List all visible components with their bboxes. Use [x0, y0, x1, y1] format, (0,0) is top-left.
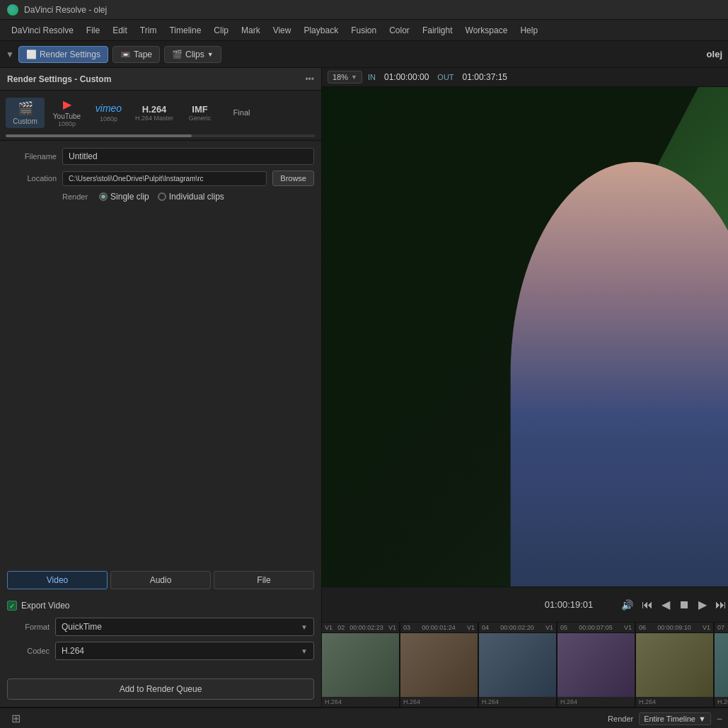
menu-file[interactable]: File: [81, 23, 105, 38]
preset-imf[interactable]: IMF Generic: [180, 101, 219, 125]
menu-davinci[interactable]: DaVinci Resolve: [6, 23, 79, 38]
location-input[interactable]: [62, 171, 267, 186]
in-label: IN: [368, 73, 376, 81]
clip-num: 02: [337, 624, 345, 631]
menu-fairlight[interactable]: Fairlight: [417, 23, 458, 38]
settings-form: Filename Location Browse Render Single c…: [0, 141, 321, 565]
playback-buttons: 🔊 ⏮ ◀ ⏹ ▶ ⏭: [621, 598, 727, 611]
clip-track: 05: [560, 624, 567, 631]
title-bar: DaVinci Resolve - olej: [0, 0, 728, 20]
export-section: ✓ Export Video Format QuickTime ▼ Codec …: [0, 595, 321, 671]
individual-clips-label: Individual clips: [169, 192, 224, 202]
render-range-select[interactable]: Entire Timeline ▼: [639, 712, 711, 725]
preset-final[interactable]: Final: [222, 105, 261, 120]
panel-options-button[interactable]: •••: [305, 74, 314, 84]
menu-edit[interactable]: Edit: [107, 23, 133, 38]
timeline-icon-area: ⊞: [6, 712, 21, 725]
clip-v: V1: [624, 624, 632, 631]
filename-input[interactable]: [62, 148, 314, 165]
menu-color[interactable]: Color: [383, 23, 415, 38]
main-area: Render Settings - Custom ••• 🎬 Custom ▶ …: [0, 68, 728, 707]
clip-item[interactable]: 03 00:00:01:24 V1 H.264: [400, 623, 478, 707]
youtube-icon: ▶: [63, 98, 71, 111]
clip-item[interactable]: 05 00:00:07:05 V1 H.264: [557, 623, 635, 707]
tab-file[interactable]: File: [214, 571, 314, 589]
preset-youtube[interactable]: ▶ YouTube 1080p: [47, 95, 86, 130]
menu-playback[interactable]: Playback: [298, 23, 344, 38]
menu-mark[interactable]: Mark: [236, 23, 266, 38]
browse-button[interactable]: Browse: [272, 171, 314, 186]
clip-time: 00:00:02:23: [349, 624, 383, 631]
preset-scrollbar[interactable]: [6, 134, 316, 137]
zoom-control[interactable]: 18% ▼: [328, 71, 362, 83]
clip-header: 03 00:00:01:24 V1: [400, 623, 478, 633]
export-header: ✓ Export Video: [7, 601, 314, 611]
menu-fusion[interactable]: Fusion: [345, 23, 382, 38]
stop-button[interactable]: ⏹: [678, 599, 690, 611]
clip-time: 00:00:07:05: [579, 624, 613, 631]
clip-track: 06: [639, 624, 646, 631]
add-queue-area: Add to Render Queue: [0, 671, 321, 707]
menu-workspace[interactable]: Workspace: [460, 23, 514, 38]
zoom-level: 18%: [333, 73, 348, 81]
menu-trim[interactable]: Trim: [134, 23, 163, 38]
codec-select[interactable]: H.264 ▼: [55, 642, 314, 660]
clip-footer: H.264: [400, 697, 478, 707]
play-button[interactable]: ▶: [698, 598, 707, 611]
menu-bar: DaVinci Resolve File Edit Trim Timeline …: [0, 20, 728, 41]
go-to-start-button[interactable]: ⏮: [642, 599, 653, 611]
menu-view[interactable]: View: [267, 23, 297, 38]
preset-vimeo[interactable]: vimeo 1080p: [89, 100, 128, 125]
app-icon: [7, 4, 18, 16]
clip-item[interactable]: 04 00:00:02:20 V1 H.264: [479, 623, 557, 707]
individual-clips-radio[interactable]: Individual clips: [158, 192, 224, 202]
format-select[interactable]: QuickTime ▼: [55, 618, 314, 636]
go-to-end-button[interactable]: ⏭: [715, 599, 727, 611]
clip-item[interactable]: V1 02 00:00:02:23 V1 H.264: [322, 623, 400, 707]
menu-timeline[interactable]: Timeline: [163, 23, 207, 38]
timeline-toolbar: ⊞ Render Entire Timeline ▼ −: [0, 708, 728, 728]
clip-thumb: [557, 633, 635, 697]
preset-h264[interactable]: H.264 H.264 Master: [131, 101, 178, 125]
video-preview: Możesz zostawić go Delikatnie na kilka g…: [322, 87, 728, 587]
in-timecode: 01:00:00:00: [384, 72, 429, 82]
render-icon: ⬜: [26, 50, 37, 59]
add-to-render-queue-button[interactable]: Add to Render Queue: [7, 678, 314, 700]
codec-value: H.264: [62, 646, 84, 656]
out-label: OUT: [437, 73, 453, 81]
timeline-minus-button[interactable]: −: [717, 713, 722, 724]
clip-item[interactable]: 06 00:00:09:10 V1 H.264: [636, 623, 714, 707]
playback-time: 01:00:19:01: [545, 599, 594, 610]
clip-v: V1: [388, 624, 396, 631]
clips-button[interactable]: 🎬 Clips ▼: [164, 46, 221, 63]
clip-thumb: [636, 633, 713, 697]
clip-time: 00:00:09:10: [657, 624, 691, 631]
render-settings-button[interactable]: ⬜ Render Settings: [18, 46, 108, 63]
volume-button[interactable]: 🔊: [621, 599, 633, 611]
location-label: Location: [7, 174, 57, 183]
toolbar-dropdown-icon[interactable]: ▼: [6, 50, 14, 59]
clip-track: 04: [482, 624, 489, 631]
menu-clip[interactable]: Clip: [208, 23, 234, 38]
clip-v: V1: [545, 624, 553, 631]
clip-header: V1 02 00:00:02:23 V1: [322, 623, 399, 633]
export-video-checkbox[interactable]: ✓: [7, 601, 17, 611]
single-clip-label: Single clip: [110, 192, 149, 202]
clip-track: V1: [325, 624, 333, 631]
clip-browser: V1 02 00:00:02:23 V1 H.264 03 00:00:01:2…: [322, 622, 728, 707]
tab-audio[interactable]: Audio: [110, 571, 211, 589]
filename-row: Filename: [7, 148, 314, 165]
tab-video[interactable]: Video: [7, 571, 108, 589]
single-clip-radio[interactable]: Single clip: [99, 192, 149, 202]
tape-button[interactable]: 📼 Tape: [112, 46, 160, 63]
render-panel: Render Settings - Custom ••• 🎬 Custom ▶ …: [0, 68, 322, 707]
render-label: Render: [62, 192, 88, 201]
menu-help[interactable]: Help: [514, 23, 543, 38]
clip-item[interactable]: 07 00:00:13:08 V1 H.264: [715, 623, 728, 707]
vimeo-icon: vimeo: [96, 103, 122, 114]
step-back-button[interactable]: ◀: [661, 598, 670, 611]
preset-custom[interactable]: 🎬 Custom: [6, 98, 45, 128]
single-clip-radio-dot: [99, 192, 108, 201]
toolbar: ▼ ⬜ Render Settings 📼 Tape 🎬 Clips ▼ ole…: [0, 41, 728, 68]
custom-icon: 🎬: [18, 100, 33, 116]
